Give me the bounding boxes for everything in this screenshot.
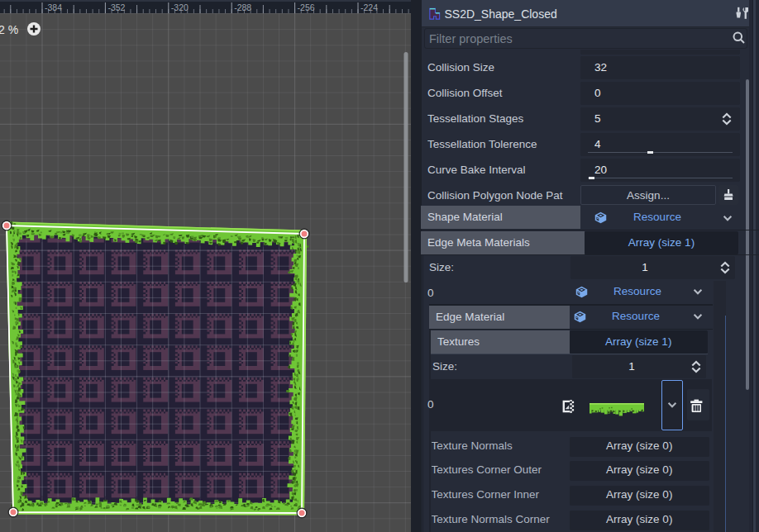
svg-text:-320: -320 <box>171 2 189 12</box>
svg-text:-256: -256 <box>298 2 315 12</box>
svg-text:-288: -288 <box>234 2 251 12</box>
svg-text:2 %: 2 % <box>0 23 18 36</box>
svg-text:-384: -384 <box>45 2 62 12</box>
svg-text:-224: -224 <box>360 2 378 12</box>
svg-text:-352: -352 <box>107 2 125 12</box>
